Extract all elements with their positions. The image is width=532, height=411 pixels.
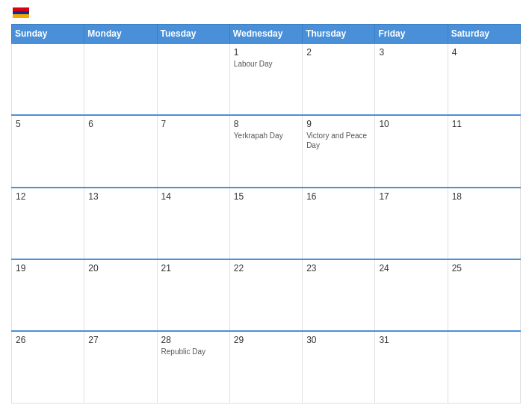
calendar-cell: 28Republic Day [157, 331, 229, 403]
weekday-header: Friday [375, 25, 448, 44]
calendar-cell [12, 43, 84, 115]
calendar-cell: 2 [303, 43, 375, 115]
calendar-cell: 9Victory and Peace Day [303, 115, 375, 187]
calendar-cell: 14 [157, 188, 229, 259]
weekday-header: Monday [84, 25, 157, 44]
logo-flag [13, 7, 29, 18]
day-number: 3 [379, 47, 443, 58]
day-number: 15 [234, 191, 298, 202]
calendar-cell [448, 331, 520, 403]
day-number: 22 [234, 263, 298, 274]
weekday-header: Saturday [448, 25, 520, 44]
day-number: 13 [88, 191, 152, 202]
calendar-cell: 15 [229, 188, 302, 259]
calendar-cell: 3 [375, 43, 448, 115]
day-number: 6 [88, 119, 152, 129]
day-number: 14 [161, 191, 226, 202]
calendar-cell: 1Labour Day [229, 43, 302, 115]
weekday-header: Thursday [303, 25, 375, 44]
day-number: 9 [306, 119, 371, 129]
holiday-label: Republic Day [161, 347, 226, 356]
calendar-cell: 17 [375, 188, 448, 259]
calendar-week-row: 5678Yerkrapah Day9Victory and Peace Day1… [12, 115, 521, 187]
day-number: 23 [306, 263, 371, 274]
day-number: 8 [234, 119, 298, 129]
calendar-page: SundayMondayTuesdayWednesdayThursdayFrid… [0, 0, 532, 411]
weekday-header: Wednesday [229, 25, 302, 44]
calendar-cell: 13 [84, 188, 157, 259]
calendar-cell: 19 [12, 259, 84, 331]
calendar-cell [157, 43, 229, 115]
weekday-row: SundayMondayTuesdayWednesdayThursdayFrid… [12, 25, 521, 44]
calendar-cell: 20 [84, 259, 157, 331]
day-number: 16 [306, 191, 371, 202]
day-number: 10 [379, 119, 443, 129]
day-number: 30 [306, 335, 371, 345]
day-number: 4 [452, 47, 516, 58]
day-number: 27 [88, 335, 152, 345]
logo [11, 7, 29, 18]
calendar-cell: 22 [229, 259, 302, 331]
calendar-header: SundayMondayTuesdayWednesdayThursdayFrid… [12, 25, 521, 44]
day-number: 11 [452, 119, 516, 129]
holiday-label: Labour Day [234, 59, 298, 69]
day-number: 17 [379, 191, 443, 202]
calendar-cell [84, 43, 157, 115]
day-number: 21 [161, 263, 226, 274]
calendar-week-row: 1Labour Day234 [12, 43, 521, 115]
calendar-cell: 23 [303, 259, 375, 331]
calendar-cell: 16 [303, 188, 375, 259]
calendar-cell: 4 [448, 43, 520, 115]
day-number: 12 [16, 191, 80, 202]
day-number: 7 [161, 119, 226, 129]
calendar-cell: 30 [303, 331, 375, 403]
calendar-cell: 31 [375, 331, 448, 403]
day-number: 5 [16, 119, 80, 129]
day-number: 19 [16, 263, 80, 274]
calendar-cell: 12 [12, 188, 84, 259]
calendar-cell: 8Yerkrapah Day [229, 115, 302, 187]
day-number: 25 [452, 263, 516, 274]
day-number: 1 [234, 47, 298, 58]
holiday-label: Yerkrapah Day [234, 131, 298, 140]
calendar-week-row: 12131415161718 [12, 188, 521, 259]
calendar-cell: 6 [84, 115, 157, 187]
weekday-header: Tuesday [157, 25, 229, 44]
calendar-week-row: 19202122232425 [12, 259, 521, 331]
page-header [11, 7, 521, 18]
weekday-header: Sunday [12, 25, 84, 44]
day-number: 20 [88, 263, 152, 274]
holiday-label: Victory and Peace Day [306, 131, 371, 150]
calendar-cell: 21 [157, 259, 229, 331]
day-number: 31 [379, 335, 443, 345]
calendar-cell: 5 [12, 115, 84, 187]
calendar-table: SundayMondayTuesdayWednesdayThursdayFrid… [11, 24, 521, 404]
day-number: 29 [234, 335, 298, 345]
calendar-cell: 26 [12, 331, 84, 403]
calendar-cell: 27 [84, 331, 157, 403]
day-number: 18 [452, 191, 516, 202]
day-number: 24 [379, 263, 443, 274]
calendar-cell: 24 [375, 259, 448, 331]
calendar-cell: 29 [229, 331, 302, 403]
calendar-cell: 7 [157, 115, 229, 187]
calendar-cell: 25 [448, 259, 520, 331]
calendar-body: 1Labour Day2345678Yerkrapah Day9Victory … [12, 43, 521, 404]
calendar-cell: 18 [448, 188, 520, 259]
day-number: 2 [306, 47, 371, 58]
calendar-cell: 11 [448, 115, 520, 187]
day-number: 26 [16, 335, 80, 345]
calendar-week-row: 262728Republic Day293031 [12, 331, 521, 403]
day-number: 28 [161, 335, 226, 345]
calendar-cell: 10 [375, 115, 448, 187]
